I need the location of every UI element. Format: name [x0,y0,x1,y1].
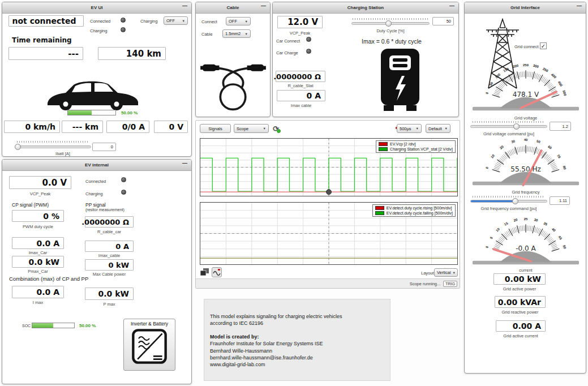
charging-mode-dropdown[interactable]: OFF▼ [164,16,188,25]
freq-cmd-handle[interactable] [512,198,518,204]
svg-text:50: 50 [536,139,541,144]
svg-text:5: 5 [490,236,493,240]
cable-label: Cable [201,32,213,37]
layers-icon[interactable] [200,268,209,277]
preset-dropdown[interactable]: Default▼ [426,124,450,133]
scope-source-dropdown[interactable]: Scope▼ [234,124,269,133]
panel-cable: Cable — Connect OFF▼ Cable 1.5mm2▼ [195,2,271,117]
range-display: 140 km [98,47,166,60]
car-icon [40,78,145,111]
app-window: EV UI — not connected Connected Charging… [0,0,588,386]
voltage-display: 0 V [154,121,188,133]
svg-text:250: 250 [523,63,529,67]
legend-label: EV.detect.duty cycle.falling [500m/div] [387,211,453,215]
panel-ev-ui: EV UI — not connected Connected Charging… [2,2,192,157]
freq-cmd-input[interactable]: 1.11 [550,196,570,205]
soc-percent: 50.00 % [79,323,96,328]
svg-text:25: 25 [524,217,528,221]
svg-text:45: 45 [558,235,563,241]
connect-dropdown[interactable]: OFF▼ [226,17,251,25]
scope-plot-2[interactable]: EV.detect.duty cycle.rising [500m/div] E… [200,202,458,265]
imax-cable-display: 0 A [85,241,134,252]
chevron-down-icon: ▼ [445,127,448,130]
inverter-battery-icon [131,328,168,365]
pmax-car-display: 0.0 kW [12,256,64,268]
svg-text:20: 20 [499,145,504,150]
voltage-cmd-input[interactable]: 1.2 [550,122,571,131]
grid-reactive-power-caption: Grid reactive power [495,310,546,315]
svg-text:350: 350 [542,67,549,72]
imax-car-display: 0.0 A [12,237,64,249]
layout-dropdown[interactable]: Vertical▼ [434,268,458,277]
grid-voltage-value: 478.1 V [471,91,580,98]
signals-button[interactable]: Signals [200,124,231,133]
charging-select-label: Charging [140,19,157,24]
chevron-down-icon: ▼ [245,20,248,23]
freq-cmd-slider-ticks [473,196,545,198]
grid-connect-checkbox[interactable]: ✓ [540,42,547,49]
cable-type-dropdown[interactable]: 1.5mm2▼ [222,29,251,38]
minimize-icon[interactable]: — [182,3,187,8]
charging-label: Charging [85,191,102,196]
grid-current-caption: current [471,268,580,273]
grid-active-power-display: 0.00 kW [493,273,546,285]
layout-label: Layout [421,271,434,276]
panel-title: Grid Interface [510,5,540,10]
pwm-duty-caption: PWM duty cycle [12,224,64,229]
duty-slider-handle[interactable] [385,20,392,27]
timebase-dropdown[interactable]: 500µs▼ [397,124,422,133]
max-cable-power-caption: Max Cable power [85,272,134,277]
charging-station-icon [380,49,420,112]
r-cable-car-caption: R_cable_car [85,229,134,234]
connect-label: Connect [201,19,217,24]
svg-text:300: 300 [533,64,539,68]
voltage-cmd-handle[interactable] [513,123,520,130]
connected-label: Connected [90,19,110,24]
car-charge-led [306,49,311,54]
duty-cycle-input[interactable]: 50 [432,17,454,25]
duty-cycle-caption: Duty Cycle [%] [351,28,430,33]
info-line: Fraunhofer Institute for Solar Energy Sy… [210,340,383,347]
ibatt-slider-handle[interactable] [15,144,21,150]
minimize-icon[interactable]: — [261,3,266,8]
imax-formula-text: Imax = 0.6 * duty cycle [346,38,437,45]
charging-label: Charging [90,28,107,33]
pp-signal-subheading: (resitor measurement) [85,208,125,212]
info-line: This model explains signaling for chargi… [210,313,383,320]
inverter-battery-button[interactable]: Inverter & Battery [123,319,175,371]
voltage-cmd-slider-ticks [473,121,545,123]
station-imax-cable-caption: Imax cable [277,103,325,108]
minimize-icon[interactable]: — [449,3,454,8]
info-heading: Model is created by: [210,333,383,340]
svg-text:50: 50 [489,81,494,86]
svg-text:30: 30 [534,218,539,222]
imax-cable-caption: Imax_cable [85,253,134,258]
grid-active-power-caption: Grid active power [493,286,546,291]
minimize-icon[interactable]: — [182,161,187,166]
refresh-icon[interactable]: ⟳ [273,125,279,132]
time-remaining-display: --- [8,47,83,60]
duty-cycle-slider[interactable] [351,22,430,25]
grid-active-current-caption: Grid active current [496,333,546,338]
freq-cmd-fill [471,200,515,202]
vcp-peak-caption: VCP_Peak [9,191,71,196]
i-max-caption: I max [12,300,64,305]
current-display: 0/0 A [106,121,149,133]
freq-cmd-slider[interactable] [470,200,547,203]
grid-frequency-caption: Grid frequency [471,190,580,195]
scope-plot-1[interactable]: EV.Vcp [2 /div] Charging Station.VCP_sta… [200,138,458,196]
connection-status-display: not connected [8,15,84,27]
panel-titlebar: Cable — [196,2,270,14]
scope-status-text: Scope running... [410,281,441,286]
minimize-icon[interactable]: — [577,3,582,8]
ibatt-slider[interactable] [15,145,91,148]
waveform-toggle-button[interactable] [212,267,222,277]
panel-title: Cable [227,5,239,10]
freq-cmd-caption: Grid frequency command [pu] [470,206,547,211]
r-cable-stat-caption: R_cable_Stat [276,83,325,88]
svg-text:35: 35 [543,221,548,226]
voltage-cmd-slider[interactable] [470,125,547,128]
ibatt-input[interactable]: 0 [92,143,116,151]
svg-text:200: 200 [512,64,519,68]
grid-voltage-gauge: 050100150200250300350400450500 478.1 V [471,62,580,114]
